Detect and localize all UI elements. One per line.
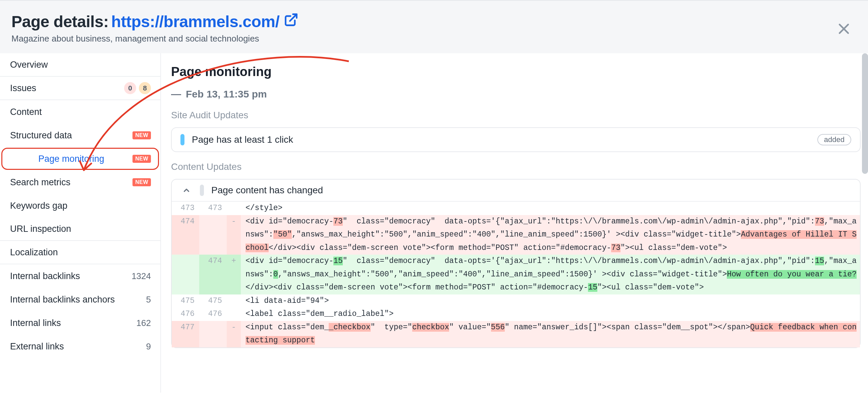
- sidebar-label: External links: [10, 341, 64, 352]
- new-badge: NEW: [132, 155, 151, 163]
- sidebar-item-page-monitoring[interactable]: Page monitoring NEW: [0, 148, 160, 169]
- diff-code: <label class="dem__radio_label">: [241, 307, 860, 321]
- sidebar-count: 5: [146, 295, 151, 305]
- diff-line-new: 474: [199, 255, 227, 295]
- content-update-title: Page content has changed: [211, 185, 323, 196]
- diff-row-removed: 477 - <input class="dem__checkbox" type=…: [172, 321, 860, 347]
- sidebar-item-internal-backlinks-anchors[interactable]: Internal backlinks anchors 5: [0, 288, 160, 311]
- diff-row: 475 475 <li data-aid="94">: [172, 295, 860, 308]
- new-badge: NEW: [132, 131, 151, 139]
- sidebar-label: Internal links: [10, 318, 61, 328]
- svg-line-0: [290, 14, 297, 21]
- sidebar-label: Content: [10, 107, 42, 117]
- section-label-content-updates: Content Updates: [171, 162, 861, 172]
- scrollbar-vertical[interactable]: [862, 53, 868, 174]
- diff-code: <input class="dem__checkbox" type="check…: [241, 321, 860, 347]
- diff-line-new: [199, 321, 227, 347]
- audit-update-card: Page has at least 1 click added: [171, 127, 861, 152]
- sidebar-item-keywords-gap[interactable]: Keywords gap: [0, 194, 160, 218]
- diff-code: </style>: [241, 202, 860, 215]
- page-title-label: Page details:: [11, 12, 108, 31]
- sidebar-label: Overview: [10, 60, 48, 70]
- main-title: Page monitoring: [171, 65, 861, 79]
- sidebar-item-overview[interactable]: Overview: [0, 53, 160, 77]
- sidebar-item-localization[interactable]: Localization: [0, 241, 160, 264]
- diff-line-new: 475: [199, 295, 227, 308]
- sidebar-item-content[interactable]: Content: [0, 100, 160, 124]
- new-badge: NEW: [132, 178, 151, 186]
- diff-line-old: 474: [172, 215, 199, 255]
- issues-count-error: 0: [124, 82, 136, 94]
- diff-line-new: 473: [199, 202, 227, 215]
- diff-row: 476 476 <label class="dem__radio_label">: [172, 307, 860, 321]
- page-header: Page details: https://brammels.com/ Maga…: [0, 0, 868, 53]
- external-link-icon: [284, 12, 299, 31]
- collapse-toggle-button[interactable]: [181, 184, 192, 196]
- sidebar-label: Internal backlinks anchors: [10, 295, 115, 305]
- diff-line-old: 475: [172, 295, 199, 308]
- sidebar-label: Structured data: [10, 130, 72, 141]
- sidebar-label: URL inspection: [10, 224, 71, 234]
- page-subtitle: Magazine about business, management and …: [11, 33, 857, 44]
- sidebar: Overview Issues 0 8 Content Structured d…: [0, 53, 161, 393]
- diff-sign: -: [227, 321, 241, 347]
- sidebar-label: Keywords gap: [10, 201, 67, 211]
- diff-line-old: 473: [172, 202, 199, 215]
- diff-line-new: [199, 215, 227, 255]
- sidebar-count: 1324: [131, 271, 151, 281]
- sidebar-item-external-links[interactable]: External links 9: [0, 335, 160, 358]
- diff-code: <div id="democracy-15" class="democracy"…: [241, 255, 860, 295]
- sidebar-item-issues[interactable]: Issues 0 8: [0, 77, 160, 100]
- severity-chip-icon: [200, 185, 204, 196]
- sidebar-label: Localization: [10, 247, 58, 258]
- sidebar-item-internal-links[interactable]: Internal links 162: [0, 311, 160, 335]
- sidebar-label: Internal backlinks: [10, 271, 80, 281]
- main-content: Page monitoring Feb 13, 11:35 pm Site Au…: [161, 53, 868, 393]
- sidebar-count: 9: [146, 341, 151, 352]
- diff-viewer: 473 473 </style> 474 - <div id="democrac…: [172, 201, 860, 347]
- issues-count-warning: 8: [139, 82, 151, 94]
- audit-item-title: Page has at least 1 click: [192, 134, 293, 145]
- content-update-card: Page content has changed 473 473 </style…: [171, 179, 861, 348]
- diff-sign: -: [227, 215, 241, 255]
- diff-row-added: 474 + <div id="democracy-15" class="demo…: [172, 255, 860, 295]
- sidebar-item-search-metrics[interactable]: Search metrics NEW: [0, 170, 160, 194]
- diff-line-old: [172, 255, 199, 295]
- diff-code: <li data-aid="94">: [241, 295, 860, 308]
- page-url-link[interactable]: https://brammels.com/: [111, 12, 299, 31]
- sidebar-item-structured-data[interactable]: Structured data NEW: [0, 124, 160, 147]
- diff-row-removed: 474 - <div id="democracy-73" class="demo…: [172, 215, 860, 255]
- added-badge: added: [817, 134, 851, 145]
- sidebar-label: Page monitoring: [38, 154, 104, 164]
- sidebar-label: Search metrics: [10, 177, 70, 188]
- timeline-date: Feb 13, 11:35 pm: [171, 89, 861, 100]
- diff-sign: +: [227, 255, 241, 295]
- page-url-text: https://brammels.com/: [111, 13, 280, 31]
- sidebar-item-internal-backlinks[interactable]: Internal backlinks 1324: [0, 264, 160, 288]
- section-label-site-audit: Site Audit Updates: [171, 110, 861, 121]
- sidebar-count: 162: [136, 318, 151, 328]
- diff-code: <div id="democracy-73" class="democracy"…: [241, 215, 860, 255]
- diff-line-old: 477: [172, 321, 199, 347]
- sidebar-label: Issues: [10, 83, 36, 94]
- diff-line-new: 476: [199, 307, 227, 321]
- close-button[interactable]: [836, 22, 851, 37]
- sidebar-item-url-inspection[interactable]: URL inspection: [0, 218, 160, 241]
- diff-line-old: 476: [172, 307, 199, 321]
- diff-row: 473 473 </style>: [172, 202, 860, 215]
- severity-chip-icon: [181, 134, 184, 145]
